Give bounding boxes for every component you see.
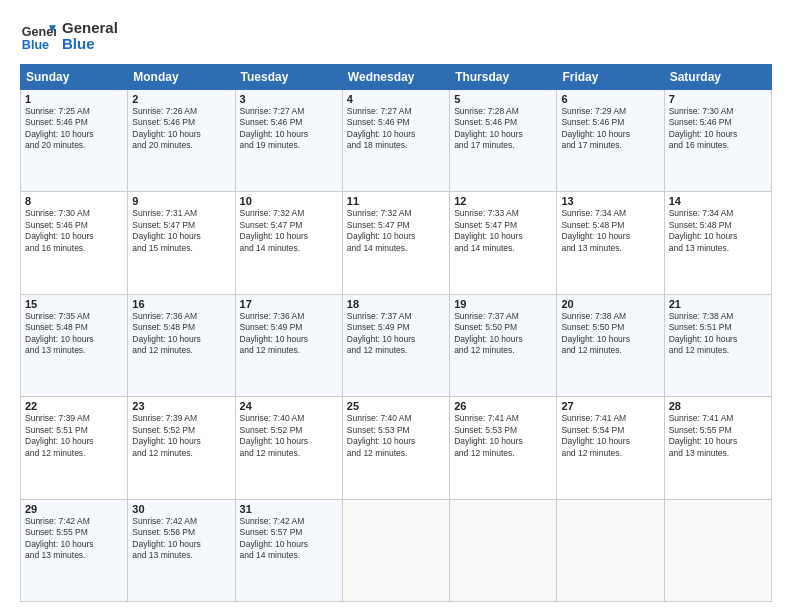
- day-info: Sunrise: 7:36 AM Sunset: 5:49 PM Dayligh…: [240, 311, 338, 357]
- calendar-cell: 31Sunrise: 7:42 AM Sunset: 5:57 PM Dayli…: [235, 499, 342, 601]
- day-info: Sunrise: 7:42 AM Sunset: 5:56 PM Dayligh…: [132, 516, 230, 562]
- calendar-table: SundayMondayTuesdayWednesdayThursdayFrid…: [20, 64, 772, 602]
- day-number: 11: [347, 195, 445, 207]
- weekday-header-row: SundayMondayTuesdayWednesdayThursdayFrid…: [21, 65, 772, 90]
- day-number: 23: [132, 400, 230, 412]
- day-info: Sunrise: 7:40 AM Sunset: 5:53 PM Dayligh…: [347, 413, 445, 459]
- day-info: Sunrise: 7:27 AM Sunset: 5:46 PM Dayligh…: [347, 106, 445, 152]
- calendar-cell: 2Sunrise: 7:26 AM Sunset: 5:46 PM Daylig…: [128, 90, 235, 192]
- day-number: 27: [561, 400, 659, 412]
- calendar-cell: [342, 499, 449, 601]
- day-number: 6: [561, 93, 659, 105]
- day-number: 2: [132, 93, 230, 105]
- day-info: Sunrise: 7:36 AM Sunset: 5:48 PM Dayligh…: [132, 311, 230, 357]
- calendar-week-row: 1Sunrise: 7:25 AM Sunset: 5:46 PM Daylig…: [21, 90, 772, 192]
- calendar-cell: 20Sunrise: 7:38 AM Sunset: 5:50 PM Dayli…: [557, 294, 664, 396]
- calendar-cell: 30Sunrise: 7:42 AM Sunset: 5:56 PM Dayli…: [128, 499, 235, 601]
- day-number: 8: [25, 195, 123, 207]
- calendar-week-row: 29Sunrise: 7:42 AM Sunset: 5:55 PM Dayli…: [21, 499, 772, 601]
- day-info: Sunrise: 7:32 AM Sunset: 5:47 PM Dayligh…: [240, 208, 338, 254]
- calendar-cell: 15Sunrise: 7:35 AM Sunset: 5:48 PM Dayli…: [21, 294, 128, 396]
- day-info: Sunrise: 7:31 AM Sunset: 5:47 PM Dayligh…: [132, 208, 230, 254]
- calendar-cell: 23Sunrise: 7:39 AM Sunset: 5:52 PM Dayli…: [128, 397, 235, 499]
- calendar-week-row: 8Sunrise: 7:30 AM Sunset: 5:46 PM Daylig…: [21, 192, 772, 294]
- day-info: Sunrise: 7:34 AM Sunset: 5:48 PM Dayligh…: [669, 208, 767, 254]
- calendar-cell: 3Sunrise: 7:27 AM Sunset: 5:46 PM Daylig…: [235, 90, 342, 192]
- day-number: 7: [669, 93, 767, 105]
- calendar-cell: 18Sunrise: 7:37 AM Sunset: 5:49 PM Dayli…: [342, 294, 449, 396]
- calendar-cell: 28Sunrise: 7:41 AM Sunset: 5:55 PM Dayli…: [664, 397, 771, 499]
- calendar-cell: [557, 499, 664, 601]
- day-info: Sunrise: 7:37 AM Sunset: 5:50 PM Dayligh…: [454, 311, 552, 357]
- weekday-header-cell: Monday: [128, 65, 235, 90]
- calendar-cell: 10Sunrise: 7:32 AM Sunset: 5:47 PM Dayli…: [235, 192, 342, 294]
- logo-line2: Blue: [62, 36, 118, 53]
- day-number: 28: [669, 400, 767, 412]
- day-info: Sunrise: 7:33 AM Sunset: 5:47 PM Dayligh…: [454, 208, 552, 254]
- calendar-week-row: 22Sunrise: 7:39 AM Sunset: 5:51 PM Dayli…: [21, 397, 772, 499]
- day-info: Sunrise: 7:39 AM Sunset: 5:52 PM Dayligh…: [132, 413, 230, 459]
- day-info: Sunrise: 7:38 AM Sunset: 5:50 PM Dayligh…: [561, 311, 659, 357]
- calendar-cell: 4Sunrise: 7:27 AM Sunset: 5:46 PM Daylig…: [342, 90, 449, 192]
- day-number: 25: [347, 400, 445, 412]
- calendar-week-row: 15Sunrise: 7:35 AM Sunset: 5:48 PM Dayli…: [21, 294, 772, 396]
- calendar-cell: 5Sunrise: 7:28 AM Sunset: 5:46 PM Daylig…: [450, 90, 557, 192]
- day-number: 16: [132, 298, 230, 310]
- weekday-header-cell: Saturday: [664, 65, 771, 90]
- logo-icon: General Blue: [20, 18, 56, 54]
- day-number: 5: [454, 93, 552, 105]
- day-info: Sunrise: 7:29 AM Sunset: 5:46 PM Dayligh…: [561, 106, 659, 152]
- day-number: 3: [240, 93, 338, 105]
- calendar-cell: 1Sunrise: 7:25 AM Sunset: 5:46 PM Daylig…: [21, 90, 128, 192]
- day-info: Sunrise: 7:39 AM Sunset: 5:51 PM Dayligh…: [25, 413, 123, 459]
- weekday-header-cell: Friday: [557, 65, 664, 90]
- logo-line1: General: [62, 20, 118, 37]
- calendar-cell: 6Sunrise: 7:29 AM Sunset: 5:46 PM Daylig…: [557, 90, 664, 192]
- calendar-cell: 12Sunrise: 7:33 AM Sunset: 5:47 PM Dayli…: [450, 192, 557, 294]
- day-info: Sunrise: 7:42 AM Sunset: 5:57 PM Dayligh…: [240, 516, 338, 562]
- day-number: 29: [25, 503, 123, 515]
- calendar-cell: [664, 499, 771, 601]
- calendar-cell: 13Sunrise: 7:34 AM Sunset: 5:48 PM Dayli…: [557, 192, 664, 294]
- day-info: Sunrise: 7:26 AM Sunset: 5:46 PM Dayligh…: [132, 106, 230, 152]
- calendar-cell: 29Sunrise: 7:42 AM Sunset: 5:55 PM Dayli…: [21, 499, 128, 601]
- logo: General Blue General Blue: [20, 18, 118, 54]
- day-info: Sunrise: 7:30 AM Sunset: 5:46 PM Dayligh…: [669, 106, 767, 152]
- day-number: 22: [25, 400, 123, 412]
- weekday-header-cell: Wednesday: [342, 65, 449, 90]
- calendar-body: 1Sunrise: 7:25 AM Sunset: 5:46 PM Daylig…: [21, 90, 772, 602]
- day-info: Sunrise: 7:35 AM Sunset: 5:48 PM Dayligh…: [25, 311, 123, 357]
- day-info: Sunrise: 7:41 AM Sunset: 5:53 PM Dayligh…: [454, 413, 552, 459]
- calendar-cell: 24Sunrise: 7:40 AM Sunset: 5:52 PM Dayli…: [235, 397, 342, 499]
- day-number: 30: [132, 503, 230, 515]
- day-number: 21: [669, 298, 767, 310]
- calendar-cell: 16Sunrise: 7:36 AM Sunset: 5:48 PM Dayli…: [128, 294, 235, 396]
- day-number: 1: [25, 93, 123, 105]
- day-info: Sunrise: 7:41 AM Sunset: 5:54 PM Dayligh…: [561, 413, 659, 459]
- calendar-cell: 21Sunrise: 7:38 AM Sunset: 5:51 PM Dayli…: [664, 294, 771, 396]
- calendar-cell: 19Sunrise: 7:37 AM Sunset: 5:50 PM Dayli…: [450, 294, 557, 396]
- calendar-cell: 7Sunrise: 7:30 AM Sunset: 5:46 PM Daylig…: [664, 90, 771, 192]
- calendar-cell: 9Sunrise: 7:31 AM Sunset: 5:47 PM Daylig…: [128, 192, 235, 294]
- calendar-cell: 8Sunrise: 7:30 AM Sunset: 5:46 PM Daylig…: [21, 192, 128, 294]
- calendar-cell: 25Sunrise: 7:40 AM Sunset: 5:53 PM Dayli…: [342, 397, 449, 499]
- day-info: Sunrise: 7:28 AM Sunset: 5:46 PM Dayligh…: [454, 106, 552, 152]
- day-info: Sunrise: 7:37 AM Sunset: 5:49 PM Dayligh…: [347, 311, 445, 357]
- calendar-cell: 17Sunrise: 7:36 AM Sunset: 5:49 PM Dayli…: [235, 294, 342, 396]
- day-number: 15: [25, 298, 123, 310]
- day-info: Sunrise: 7:42 AM Sunset: 5:55 PM Dayligh…: [25, 516, 123, 562]
- day-info: Sunrise: 7:41 AM Sunset: 5:55 PM Dayligh…: [669, 413, 767, 459]
- day-number: 12: [454, 195, 552, 207]
- calendar-cell: 27Sunrise: 7:41 AM Sunset: 5:54 PM Dayli…: [557, 397, 664, 499]
- day-number: 19: [454, 298, 552, 310]
- calendar-cell: 14Sunrise: 7:34 AM Sunset: 5:48 PM Dayli…: [664, 192, 771, 294]
- day-number: 24: [240, 400, 338, 412]
- calendar-cell: 11Sunrise: 7:32 AM Sunset: 5:47 PM Dayli…: [342, 192, 449, 294]
- day-number: 14: [669, 195, 767, 207]
- day-info: Sunrise: 7:25 AM Sunset: 5:46 PM Dayligh…: [25, 106, 123, 152]
- day-number: 26: [454, 400, 552, 412]
- day-number: 13: [561, 195, 659, 207]
- day-info: Sunrise: 7:32 AM Sunset: 5:47 PM Dayligh…: [347, 208, 445, 254]
- day-number: 4: [347, 93, 445, 105]
- day-number: 9: [132, 195, 230, 207]
